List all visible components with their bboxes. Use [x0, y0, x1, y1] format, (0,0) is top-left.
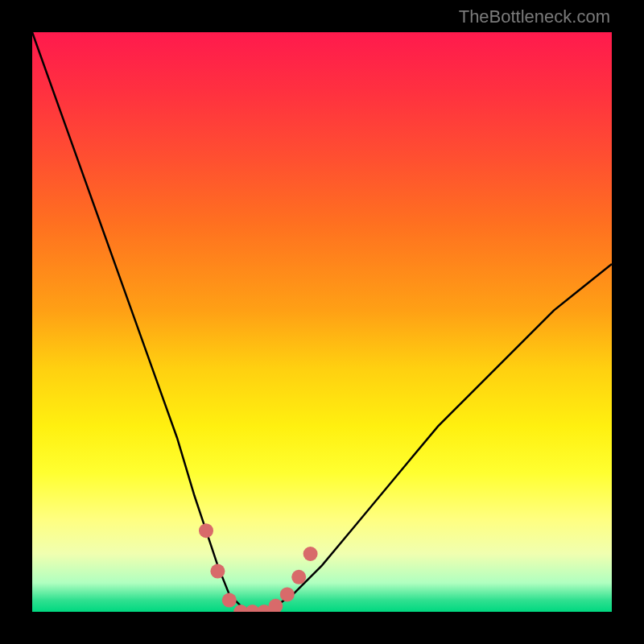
bottleneck-curve	[32, 32, 612, 612]
highlight-marker	[222, 593, 237, 608]
highlight-marker	[280, 587, 295, 601]
highlight-marker	[199, 523, 213, 538]
curve-svg	[32, 32, 612, 612]
chart-container: TheBottleneck.com	[0, 0, 644, 644]
highlight-marker	[291, 570, 306, 584]
watermark-text: TheBottleneck.com	[459, 6, 610, 27]
highlight-marker	[303, 547, 318, 561]
plot-area	[32, 32, 612, 612]
highlight-markers	[199, 523, 318, 612]
highlight-marker	[268, 599, 283, 612]
highlight-marker	[210, 564, 225, 579]
